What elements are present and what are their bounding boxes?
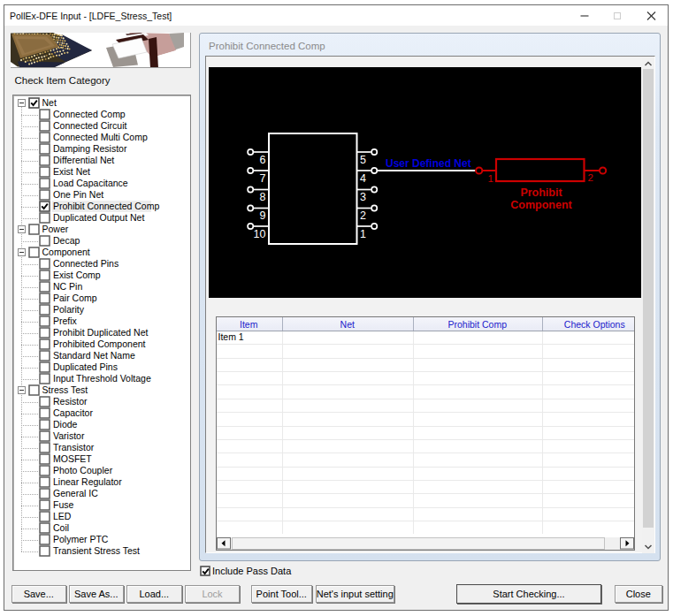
svg-text:User Defined Net: User Defined Net xyxy=(386,157,471,170)
svg-text:10: 10 xyxy=(254,228,266,240)
svg-text:1: 1 xyxy=(488,173,493,184)
svg-text:9: 9 xyxy=(260,209,266,222)
svg-text:7: 7 xyxy=(260,172,266,185)
svg-text:1: 1 xyxy=(360,228,366,240)
svg-text:2: 2 xyxy=(360,209,366,222)
svg-text:Component: Component xyxy=(510,199,572,211)
svg-text:3: 3 xyxy=(360,191,366,203)
svg-text:2: 2 xyxy=(588,172,593,183)
svg-text:4: 4 xyxy=(360,172,366,185)
svg-text:5: 5 xyxy=(360,154,366,166)
svg-text:Prohibit: Prohibit xyxy=(520,186,562,199)
svg-text:8: 8 xyxy=(260,191,266,203)
svg-text:6: 6 xyxy=(260,154,266,166)
